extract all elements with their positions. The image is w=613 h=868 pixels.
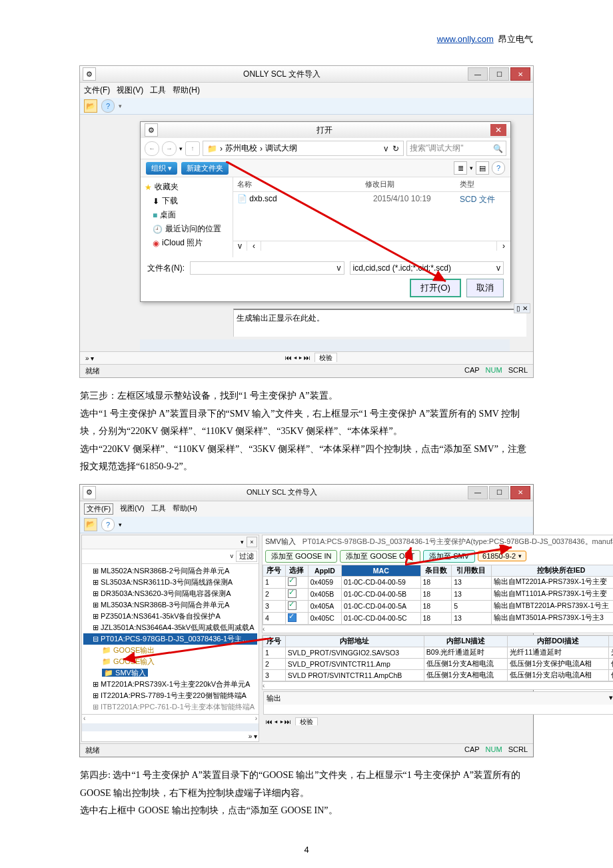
new-folder-button[interactable]: 新建文件夹	[181, 162, 229, 175]
open-button[interactable]: 打开(O)	[410, 279, 461, 297]
first-icon[interactable]: ⏮	[266, 718, 273, 725]
menu-tools[interactable]: 工具	[150, 85, 166, 96]
search-input[interactable]: 搜索"调试大纲" 🔍	[406, 141, 506, 156]
prev-icon[interactable]: ◀	[294, 354, 297, 361]
table-row[interactable]: 2SVLD_PROT/SVINTCTR11.Amp低压侧1分支A相电流低压侧1分…	[263, 658, 614, 669]
table-row[interactable]: 3SVLD PROT/SVINTCTR11.AmpChB低压侧1分支A相电流低压…	[263, 669, 614, 681]
first-icon[interactable]: ⏮	[285, 354, 292, 361]
view-mode-icon[interactable]: ≣	[454, 161, 467, 175]
dropdown-icon[interactable]: ▾	[241, 539, 244, 545]
tab-verify[interactable]: 校验	[314, 353, 337, 362]
menu-view[interactable]: 视图(V)	[117, 85, 143, 96]
dock-handle[interactable]: ▾ ▯ ✕	[609, 693, 613, 703]
checkbox-icon[interactable]	[288, 577, 297, 586]
tree-smv-in[interactable]: 📁 SMV输入	[83, 667, 257, 679]
add-to-goose-out-button[interactable]: 添加至 GOOSE OUT	[340, 550, 420, 563]
instruction-paragraph: 选中右上框中 GOOSE 输出控制块，点击“添加至 GOOSE IN”。	[80, 802, 533, 820]
close-icon[interactable]: ×	[247, 537, 257, 547]
filename-input[interactable]: v	[190, 261, 344, 275]
last-icon[interactable]: ⏭	[285, 718, 291, 725]
close-button[interactable]: ✕	[510, 486, 530, 499]
app-icon: ⚙	[145, 123, 158, 137]
forward-icon[interactable]: →	[162, 141, 177, 156]
menu-help[interactable]: 帮助(H)	[173, 85, 200, 96]
instruction-paragraph: 选中“1 号主变保护 A”装置目录下的“SMV 输入”文件夹，右上框显示“1 号…	[80, 405, 533, 441]
path-bar[interactable]: 📁 ›苏州电校 ›调试大纲 v ↻	[203, 141, 404, 156]
device-tree[interactable]: ⊞ ML3502A:NSR386B-2号间隔合并单元A ⊞ SL3503A:NS…	[82, 564, 259, 714]
next-icon[interactable]: ▶	[280, 718, 283, 725]
panel-caption-detail: PT01A:PCS-978GB-D-JS_00378436-1号主变保护A(ty…	[303, 537, 613, 547]
path-seg-1[interactable]: 苏州电校	[225, 143, 257, 154]
tree-goose-out[interactable]: 📁 GOOSE输出	[83, 645, 257, 656]
open-folder-icon[interactable]: 📂	[84, 518, 97, 531]
menu-file[interactable]: 文件(F)	[84, 503, 113, 515]
table-row[interactable]: 40x405C01-0C-CD-04-00-5C1813输出自MT3501A-P…	[263, 612, 614, 624]
expand-handle[interactable]: » ▾	[82, 731, 259, 741]
checkbox-icon[interactable]	[288, 601, 297, 610]
chevron-down-icon[interactable]: v	[231, 553, 234, 559]
prev-icon[interactable]: ◀	[275, 718, 278, 725]
table-row[interactable]: 1SVLD_PROT/SVINGGIO2.SAVSO3B09.光纤通道延时光纤1…	[263, 647, 614, 658]
dock-handle[interactable]: ▯ ✕	[514, 303, 530, 313]
close-icon[interactable]: ✕	[490, 124, 506, 136]
path-seg-2[interactable]: 调试大纲	[265, 143, 297, 154]
status-cap: CAP	[464, 366, 479, 374]
search-placeholder: 搜索"调试大纲"	[410, 143, 464, 154]
instruction-paragraph: 第三步：左框区域显示整站设备，找到“1 号主变保护 A”装置。	[80, 387, 533, 405]
menu-help[interactable]: 帮助(H)	[173, 503, 197, 515]
icloud-icon: ◉	[153, 239, 159, 248]
window-title: ONLLY SCL 文件导入	[96, 69, 468, 80]
menu-view[interactable]: 视图(V)	[120, 503, 145, 515]
back-icon[interactable]: ←	[145, 141, 159, 156]
menu-tools[interactable]: 工具	[151, 503, 166, 515]
status-num: NUM	[486, 366, 502, 374]
table-row[interactable]: 10x405901-0C-CD-04-00-591813输出自MT2201A-P…	[263, 576, 614, 588]
tab-verify[interactable]: 校验	[295, 717, 318, 725]
help-icon[interactable]: ?	[101, 518, 115, 531]
sidebar-downloads[interactable]: 下载	[162, 195, 178, 207]
app-icon: ⚙	[83, 486, 96, 499]
table-row[interactable]: 30x405A01-0C-CD-04-00-5A185输出自MTBT2201A-…	[263, 600, 614, 612]
open-folder-icon[interactable]: 📂	[84, 99, 97, 113]
panel-splitter[interactable]	[82, 723, 259, 731]
maximize-button[interactable]: ☐	[489, 486, 509, 499]
last-icon[interactable]: ⏭	[304, 354, 310, 361]
sidebar-favorites[interactable]: 收藏夹	[155, 181, 179, 193]
sidebar-desktop[interactable]: 桌面	[160, 209, 176, 221]
expand-handle[interactable]: » ▾	[85, 355, 94, 362]
minimize-button[interactable]: —	[468, 67, 488, 81]
header-url[interactable]: www.onlly.com	[437, 34, 494, 44]
status-cap: CAP	[464, 745, 479, 753]
table-row[interactable]: 20x405B01-0C-CD-04-00-5B1813输出自MT1101A-P…	[263, 588, 614, 600]
maximize-button[interactable]: ☐	[489, 67, 509, 81]
toolbar-dropdown-icon[interactable]: ▾	[119, 103, 122, 109]
dropdown-icon[interactable]: ▾	[179, 145, 183, 152]
add-to-goose-in-button[interactable]: 添加至 GOOSE IN	[265, 550, 337, 563]
instruction-paragraph: 第四步: 选中“1 号主变保护 A”装置目录下的“GOOSE 输出”文件夹，右上…	[80, 767, 533, 802]
recent-icon: 🕘	[153, 225, 163, 234]
next-icon[interactable]: ▶	[299, 354, 302, 361]
col-date[interactable]: 修改日期	[361, 177, 456, 191]
spec-select[interactable]: 61850-9-2▾	[478, 551, 526, 561]
preview-pane-icon[interactable]: ▤	[476, 161, 489, 175]
tree-goose-in[interactable]: 📁 GOOSE输入	[83, 656, 257, 667]
col-type[interactable]: 类型	[456, 177, 510, 191]
add-to-smv-button[interactable]: 添加至 SMV	[423, 550, 475, 563]
help-icon[interactable]: ?	[492, 161, 505, 175]
organize-button[interactable]: 组织 ▾	[146, 162, 177, 175]
panel-splitter[interactable]	[140, 339, 510, 351]
col-name[interactable]: 名称	[233, 177, 361, 191]
checkbox-icon[interactable]	[288, 613, 297, 622]
up-icon[interactable]: ↑	[185, 141, 200, 156]
file-row[interactable]: 📄 dxb.scd 2015/4/10 10:19 SCD 文件	[233, 192, 510, 207]
help-icon[interactable]: ?	[101, 99, 115, 113]
menu-file[interactable]: 文件(F)	[84, 85, 110, 96]
checkbox-icon[interactable]	[288, 589, 297, 598]
sidebar-icloud[interactable]: iCloud 照片	[162, 237, 203, 249]
file-filter-combo[interactable]: icd,cid,scd (*.icd;*.cid;*.scd)v	[350, 261, 504, 275]
sidebar-recent[interactable]: 最近访问的位置	[165, 223, 221, 235]
minimize-button[interactable]: —	[468, 486, 488, 499]
close-button[interactable]: ✕	[510, 67, 530, 81]
cancel-button[interactable]: 取消	[466, 279, 504, 297]
open-file-dialog: ⚙ 打开 ✕ ← → ▾ ↑ 📁 ›苏州电校 ›调试大纲 v ↻ 搜索"调试大纲…	[140, 121, 511, 302]
